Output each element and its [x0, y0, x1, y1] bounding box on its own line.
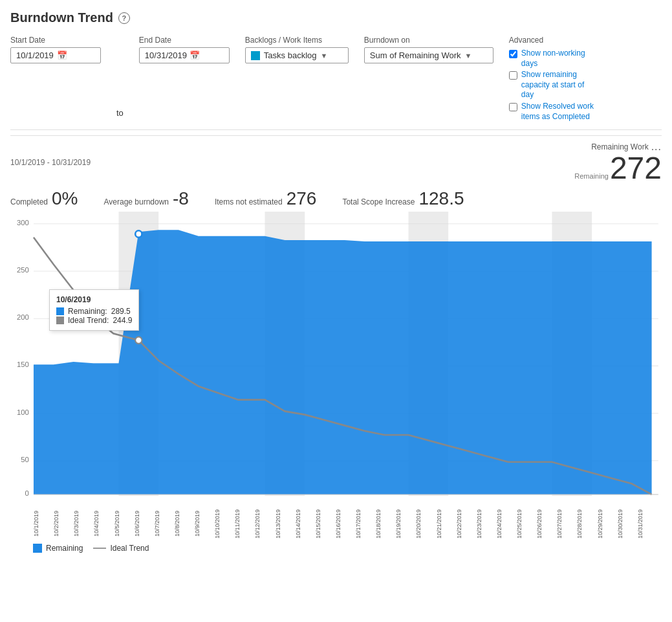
- burndown-label: Burndown on: [364, 36, 493, 45]
- remaining-work-title: Remaining Work: [591, 142, 648, 151]
- x-axis-label: 10/30/2019: [617, 509, 635, 539]
- divider: [10, 129, 662, 130]
- x-axis-label: 10/16/2019: [335, 509, 353, 539]
- stat-avg-burndown: Average burndown -8: [104, 189, 189, 209]
- x-axis-label: 10/11/2019: [234, 509, 252, 539]
- stat-total-scope: Total Scope Increase 128.5: [342, 189, 464, 209]
- legend-remaining-color: [33, 544, 42, 553]
- info-row: 10/1/2019 - 10/31/2019 Remaining Work ..…: [10, 135, 662, 184]
- x-axis-label: 10/23/2019: [476, 509, 494, 539]
- x-axis-label: 10/15/2019: [315, 509, 333, 539]
- completed-value: 0%: [52, 189, 78, 209]
- page-title: Burndown Trend: [10, 10, 113, 25]
- checkbox-nonworking-days: Show non-working days: [509, 49, 599, 69]
- legend-remaining: Remaining: [33, 544, 83, 553]
- legend-ideal: Ideal Trend: [93, 544, 149, 553]
- remaining-sub-label: Remaining: [574, 172, 609, 180]
- x-axis-label: 10/14/2019: [295, 509, 313, 539]
- stat-completed: Completed 0%: [10, 189, 78, 209]
- ideal-point-oct6: [135, 337, 142, 343]
- start-date-group: Start Date 10/1/2019 📅: [10, 36, 101, 63]
- stats-row: Completed 0% Average burndown -8 Items n…: [10, 189, 662, 209]
- date-range-label: 10/1/2019 - 10/31/2019: [10, 158, 91, 167]
- chart-area: 300 250 200 150 100 50 0: [10, 212, 662, 509]
- end-date-group: End Date 10/31/2019 📅: [139, 36, 230, 63]
- x-axis-label: 10/7/2019: [154, 509, 172, 539]
- controls-row: Start Date 10/1/2019 📅 to End Date 10/31…: [10, 36, 662, 122]
- backlogs-chevron-icon: ▼: [321, 52, 328, 60]
- x-axis-label: 10/20/2019: [415, 509, 433, 539]
- x-axis-label: 10/10/2019: [214, 509, 232, 539]
- start-date-input[interactable]: 10/1/2019 📅: [10, 47, 101, 63]
- burndown-chart-svg: 300 250 200 150 100 50 0: [10, 212, 662, 509]
- x-axis-label: 10/18/2019: [375, 509, 393, 539]
- end-date-input[interactable]: 10/31/2019 📅: [139, 47, 230, 63]
- svg-text:150: 150: [17, 361, 29, 368]
- x-axis-label: 10/12/2019: [254, 509, 272, 539]
- page-title-area: Burndown Trend ?: [10, 10, 662, 25]
- checkbox-resolved-completed: Show Resolved work items as Completed: [509, 102, 599, 122]
- x-axis-label: 10/26/2019: [536, 509, 554, 539]
- advanced-group: Advanced Show non-working days Show rema…: [509, 36, 599, 122]
- end-date-value: 10/31/2019: [145, 50, 187, 60]
- burndown-dropdown[interactable]: Sum of Remaining Work ▼: [364, 47, 493, 63]
- x-axis-label: 10/8/2019: [174, 509, 192, 539]
- x-axis-label: 10/27/2019: [556, 509, 574, 539]
- svg-text:200: 200: [17, 313, 29, 321]
- x-axis-label: 10/4/2019: [93, 509, 111, 539]
- start-date-value: 10/1/2019: [16, 50, 54, 60]
- x-axis-label: 10/9/2019: [194, 509, 212, 539]
- backlogs-dropdown[interactable]: Tasks backlog ▼: [245, 47, 349, 63]
- svg-text:300: 300: [17, 219, 29, 227]
- x-axis-label: 10/19/2019: [395, 509, 413, 539]
- start-calendar-icon[interactable]: 📅: [57, 50, 95, 60]
- x-axis-label: 10/21/2019: [436, 509, 454, 539]
- avg-burndown-label: Average burndown: [104, 197, 169, 206]
- x-axis-label: 10/22/2019: [456, 509, 474, 539]
- svg-text:250: 250: [17, 266, 29, 274]
- end-calendar-icon[interactable]: 📅: [190, 50, 224, 60]
- burndown-chevron-icon: ▼: [465, 52, 472, 60]
- to-label: to: [116, 108, 124, 118]
- x-axis-label: 10/31/2019: [637, 509, 655, 539]
- checkbox-remaining-capacity: Show remaining capacity at start of day: [509, 70, 599, 100]
- x-axis-label: 10/28/2019: [576, 509, 594, 539]
- checkbox-remaining-capacity-label[interactable]: Show remaining capacity at start of day: [521, 70, 599, 100]
- x-axis-label: 10/29/2019: [597, 509, 615, 539]
- help-icon[interactable]: ?: [118, 12, 130, 24]
- completed-label: Completed: [10, 197, 48, 206]
- x-axis-label: 10/17/2019: [355, 509, 373, 539]
- total-scope-label: Total Scope Increase: [342, 197, 415, 206]
- checkbox-remaining-capacity-input[interactable]: [509, 71, 517, 80]
- legend-remaining-label: Remaining: [46, 544, 83, 553]
- backlogs-group: Backlogs / Work Items Tasks backlog ▼: [245, 36, 349, 63]
- checkbox-resolved-completed-label[interactable]: Show Resolved work items as Completed: [521, 102, 599, 122]
- burndown-value: Sum of Remaining Work: [370, 50, 461, 60]
- x-axis-label: 10/5/2019: [114, 509, 132, 539]
- remaining-work-info: Remaining Work ... Remaining 272: [574, 141, 662, 184]
- items-not-estimated-label: Items not estimated: [215, 197, 283, 206]
- end-date-label: End Date: [139, 36, 230, 45]
- backlog-icon: [251, 51, 260, 60]
- remaining-work-value: 272: [610, 153, 662, 184]
- avg-burndown-value: -8: [173, 189, 189, 209]
- checkbox-nonworking-days-input[interactable]: [509, 50, 517, 58]
- start-date-label: Start Date: [10, 36, 101, 45]
- checkbox-resolved-completed-input[interactable]: [509, 103, 517, 111]
- items-not-estimated-value: 276: [287, 189, 317, 209]
- backlogs-label: Backlogs / Work Items: [245, 36, 349, 45]
- remaining-point-oct6: [135, 230, 142, 237]
- x-axis-label: 10/25/2019: [516, 509, 534, 539]
- backlogs-value: Tasks backlog: [264, 50, 317, 60]
- x-axis-label: 10/24/2019: [496, 509, 514, 539]
- legend-ideal-line: [93, 548, 106, 549]
- checkbox-nonworking-days-label[interactable]: Show non-working days: [521, 49, 599, 69]
- x-axis-label: 10/2/2019: [53, 509, 71, 539]
- burndown-group: Burndown on Sum of Remaining Work ▼: [364, 36, 493, 63]
- legend-ideal-label: Ideal Trend: [110, 544, 149, 553]
- svg-text:50: 50: [21, 456, 29, 463]
- x-axis-label: 10/13/2019: [275, 509, 293, 539]
- x-axis-label: 10/1/2019: [33, 509, 51, 539]
- advanced-label: Advanced: [509, 36, 599, 45]
- stat-items-not-estimated: Items not estimated 276: [215, 189, 316, 209]
